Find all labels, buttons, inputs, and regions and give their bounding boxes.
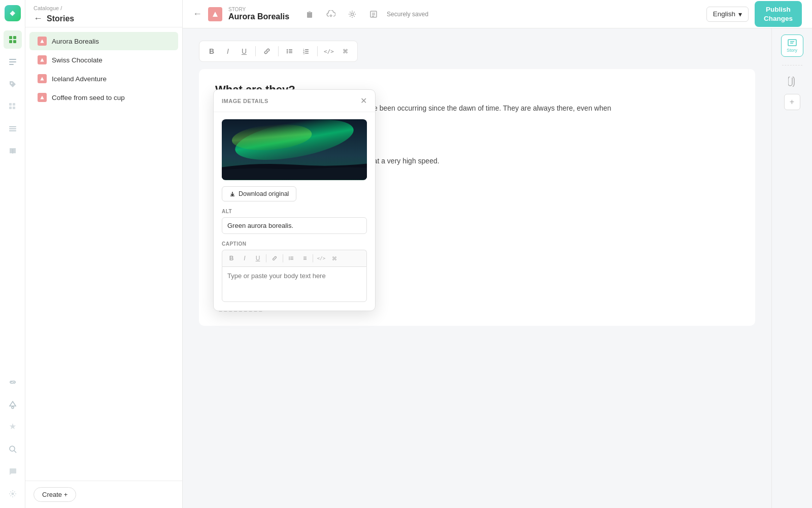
sidebar-item-label-coffee: Coffee from seed to cup [52,94,125,101]
svg-rect-41 [290,259,293,260]
alt-label: ALT [222,209,367,214]
topbar-story-label: Story [228,7,289,12]
svg-text:3.: 3. [303,52,305,55]
caption-divider-1 [266,254,266,262]
topbar-back-button[interactable]: ← [193,9,202,19]
toolbar-divider-3 [317,46,318,56]
editor-toolbar: B I U [199,41,358,62]
svg-rect-1 [13,36,16,39]
story-icon-coffee [38,93,47,102]
download-original-button[interactable]: Download original [222,186,296,201]
svg-rect-28 [305,49,309,50]
nav-icon-link[interactable] [4,373,22,391]
svg-rect-11 [13,107,15,109]
toolbar-underline[interactable]: U [237,44,251,58]
svg-rect-8 [9,103,12,106]
note-icon[interactable] [365,6,382,22]
publish-button[interactable]: Publish Changes [755,1,802,27]
story-icon-aurora [38,37,47,46]
toolbar-divider-1 [255,46,256,56]
svg-rect-0 [9,36,12,39]
nav-icon-tags[interactable] [4,75,22,93]
svg-rect-42 [303,257,307,257]
svg-point-7 [11,83,12,84]
right-panel-attach-icon[interactable] [784,74,800,90]
sidebar-item-coffee[interactable]: Coffee from seed to cup [29,88,178,107]
sidebar-item-label-swiss: Swiss Chocolate [52,56,103,64]
chevron-down-icon: ▾ [738,10,742,18]
nav-icon-grid[interactable] [4,97,22,116]
caption-textarea[interactable] [222,266,367,302]
alt-input[interactable] [222,217,367,234]
svg-point-19 [351,13,354,15]
caption-bold[interactable]: B [225,252,238,264]
svg-rect-48 [788,40,796,46]
settings-icon[interactable] [344,6,360,22]
toolbar-italic[interactable]: I [221,44,235,58]
nav-icon-shape[interactable] [4,395,22,414]
caption-link[interactable] [268,252,281,264]
editor-content[interactable]: What are they? Aurora Borealis, also kno… [199,69,755,326]
nav-icon-search[interactable] [4,440,22,458]
right-panel-separator [782,65,802,65]
svg-rect-39 [290,258,293,258]
sidebar-item-swiss-chocolate[interactable]: Swiss Chocolate [29,51,178,69]
sidebar-item-iceland-adventure[interactable]: Iceland Adventure [29,70,178,88]
svg-point-16 [12,407,14,409]
popover-title: IMAGE DETAILS [222,98,268,104]
svg-rect-13 [9,128,16,129]
svg-rect-9 [13,103,15,106]
toolbar-list-ol[interactable]: 1. 2. 3. [299,44,313,58]
sidebar-item-aurora-borealis[interactable]: Aurora Borealis [29,32,178,50]
toolbar-embed[interactable]: ⌘ [338,44,352,58]
caption-underline[interactable]: U [252,252,264,264]
caption-toolbar: B I U [222,250,367,266]
back-arrow-icon: ← [33,13,43,24]
sidebar: Catalogue / ← Stories Aurora Borealis Sw… [25,0,183,508]
toolbar-link[interactable] [260,44,274,58]
nav-icon-settings[interactable] [4,485,22,503]
cloud-icon[interactable] [323,6,339,22]
nav-icon-list[interactable] [4,120,22,138]
image-details-popover: IMAGE DETAILS ✕ [213,89,376,311]
content-area: B I U [183,28,812,508]
svg-point-21 [287,49,288,50]
nav-icon-stories[interactable] [4,53,22,71]
language-selector[interactable]: English ▾ [706,7,749,22]
sidebar-back[interactable]: ← Stories [33,13,174,24]
caption-code[interactable]: </> [315,252,327,264]
nav-icon-star[interactable] [4,418,22,436]
nav-icon-home[interactable] [4,30,22,49]
story-icon-swiss [38,55,47,64]
toolbar-code[interactable]: </> [322,44,336,58]
right-panel-add-button[interactable]: + [784,94,800,110]
sidebar-item-label-aurora: Aurora Borealis [52,38,99,45]
caption-list-ul[interactable] [285,252,297,264]
app-logo[interactable] [5,5,21,21]
topbar-story-info: Story Aurora Borealis [228,7,289,21]
caption-italic[interactable]: I [239,252,251,264]
nav-icon-book[interactable] [4,142,22,160]
svg-point-38 [289,258,290,259]
svg-rect-14 [9,130,16,131]
svg-rect-22 [289,49,292,50]
story-icon-iceland [38,74,47,83]
svg-rect-30 [305,51,309,52]
caption-embed[interactable]: ⌘ [328,252,341,264]
toolbar-divider-2 [278,46,279,56]
toolbar-list-ul[interactable] [283,44,297,58]
caption-divider-3 [313,254,313,262]
toolbar-bold[interactable]: B [205,44,219,58]
popover-close-button[interactable]: ✕ [360,96,367,106]
svg-rect-6 [9,64,14,65]
caption-list-ol[interactable] [298,252,311,264]
popover-header: IMAGE DETAILS ✕ [214,90,375,112]
sidebar-header: Catalogue / ← Stories [25,0,182,27]
create-button[interactable]: Create + [33,487,76,502]
saved-status: Securely saved [387,11,428,18]
popover-image-preview [222,119,367,180]
nav-icon-chat[interactable] [4,462,22,481]
delete-icon[interactable] [301,6,318,22]
right-panel-story-icon[interactable]: Story [781,35,803,57]
topbar: ← Story Aurora Borealis [183,0,812,28]
